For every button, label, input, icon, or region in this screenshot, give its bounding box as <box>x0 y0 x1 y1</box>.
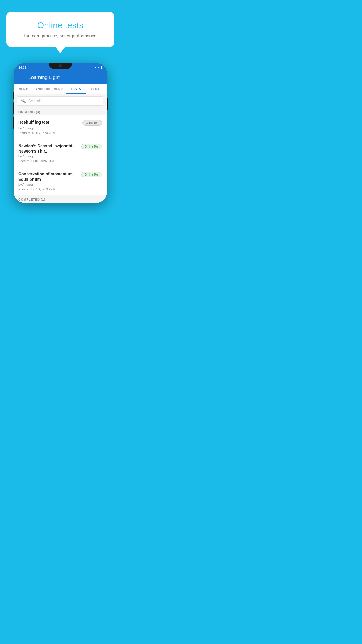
status-time: 14:29 <box>18 66 27 69</box>
tab-announcements[interactable]: ANNOUNCEMENTS <box>34 84 66 94</box>
search-bar: 🔍 Search <box>14 94 107 108</box>
test-name: Newton's Second law(contd)-Newton's Thir… <box>18 143 79 154</box>
speech-bubble-area: Online tests for more practice, better p… <box>0 0 121 47</box>
notch <box>49 63 72 69</box>
test-author: by Anurag <box>18 127 102 130</box>
tabs: MENTS ANNOUNCEMENTS TESTS VIDEOS <box>14 84 107 94</box>
test-badge: Online Test <box>81 172 102 177</box>
tab-ments[interactable]: MENTS <box>14 84 34 94</box>
test-time: Ends at Jul 06, 10:45 AM <box>18 159 102 163</box>
tab-tests[interactable]: TESTS <box>66 84 86 94</box>
camera <box>59 64 62 67</box>
signal-icon: ◂ <box>98 66 99 69</box>
test-time: Ends at Jun 10, 06:00 PM <box>18 188 102 191</box>
wifi-icon: ▾ <box>95 66 96 69</box>
app-header: ← Learning Light <box>14 71 107 84</box>
test-name: Conservation of momentum-Equilibrium <box>18 171 79 182</box>
test-author: by Anurag <box>18 183 102 186</box>
speech-bubble: Online tests for more practice, better p… <box>6 12 114 47</box>
search-icon: 🔍 <box>21 99 26 103</box>
completed-section-header: COMPLETED (1) <box>14 195 107 203</box>
back-button[interactable]: ← <box>18 75 24 81</box>
phone-wrapper: 14:29 ▾ ◂ ▐ ← Learning Light MENTS ANNOU… <box>14 63 107 203</box>
ongoing-section-header: ONGOING (3) <box>14 108 107 116</box>
tab-videos[interactable]: VIDEOS <box>86 84 107 94</box>
battery-icon: ▐ <box>100 66 102 69</box>
test-time: Starts at Jul 05, 05:45 PM <box>18 131 102 135</box>
speech-bubble-subtitle: for more practice, better performance <box>18 33 103 38</box>
phone-frame: 14:29 ▾ ◂ ▐ ← Learning Light MENTS ANNOU… <box>14 63 107 203</box>
search-input[interactable]: Search <box>28 99 41 103</box>
test-card[interactable]: Conservation of momentum-Equilibrium Onl… <box>14 167 107 195</box>
test-badge: Class Test <box>82 120 102 126</box>
test-card-row: Newton's Second law(contd)-Newton's Thir… <box>18 143 102 154</box>
test-card[interactable]: Reshuffling test Class Test by Anurag St… <box>14 116 107 139</box>
speech-bubble-title: Online tests <box>18 20 103 30</box>
test-badge: Online Test <box>81 144 102 149</box>
test-author: by Anurag <box>18 155 102 158</box>
test-name: Reshuffling test <box>18 120 80 125</box>
search-input-wrapper[interactable]: 🔍 Search <box>17 96 103 106</box>
test-card-row: Reshuffling test Class Test <box>18 120 102 126</box>
test-card-row: Conservation of momentum-Equilibrium Onl… <box>18 171 102 182</box>
content-area: ONGOING (3) Reshuffling test Class Test … <box>14 108 107 203</box>
app-title: Learning Light <box>28 75 60 80</box>
test-card[interactable]: Newton's Second law(contd)-Newton's Thir… <box>14 139 107 167</box>
status-icons: ▾ ◂ ▐ <box>95 66 102 69</box>
